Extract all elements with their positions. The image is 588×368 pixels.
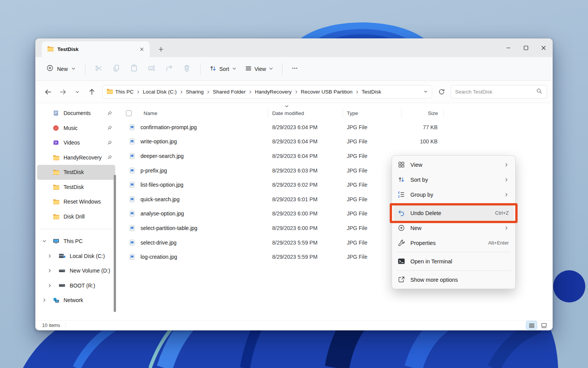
sidebar-item-music[interactable]: ♪Music xyxy=(37,121,115,136)
menu-item-open-in-terminal[interactable]: Open in Terminal xyxy=(394,254,514,269)
file-name: select-partition-table.jpg xyxy=(138,225,268,231)
menu-item-group-by[interactable]: Group by xyxy=(394,187,514,202)
table-row[interactable]: confirmation-prompt.jpg8/29/2023 6:04 PM… xyxy=(126,120,552,135)
breadcrumb-segment[interactable]: This PC xyxy=(113,87,136,96)
chev-right-icon[interactable] xyxy=(47,254,52,258)
sort-button[interactable]: Sort xyxy=(205,61,241,77)
monitor-icon xyxy=(52,238,59,244)
sidebar-pinned-list: Documents♪MusicVideosHandyRecoveryTestDi… xyxy=(36,106,117,224)
sidebar-item-label: Music xyxy=(64,125,78,131)
chev-down-icon[interactable] xyxy=(42,239,47,243)
menu-item-new[interactable]: New xyxy=(394,220,514,235)
back-button[interactable] xyxy=(41,85,56,99)
show-more-icon xyxy=(397,276,405,283)
menu-item-sort-by[interactable]: Sort by xyxy=(394,172,514,187)
share-button[interactable] xyxy=(160,61,178,77)
sidebar-item-label: Disk Drill xyxy=(64,214,85,220)
copy-button[interactable] xyxy=(108,61,125,77)
recent-locations-button[interactable] xyxy=(70,85,85,99)
undo-icon xyxy=(397,209,405,217)
toolbar-separator xyxy=(200,63,201,75)
cut-button[interactable] xyxy=(90,61,108,77)
table-row[interactable]: write-option.jpg8/29/2023 6:04 PMJPG Fil… xyxy=(126,135,552,149)
sidebar-item-boot-r-[interactable]: BOOT (R:) xyxy=(37,278,115,293)
column-header-type[interactable]: Type xyxy=(343,108,402,118)
chevron-down-icon[interactable] xyxy=(423,89,428,95)
file-name: deeper-search.jpg xyxy=(138,153,268,159)
pin-icon xyxy=(105,140,112,145)
file-date-modified: 8/29/2023 6:02 PM xyxy=(268,182,343,188)
drive-win-icon xyxy=(59,253,65,258)
menu-item-show-more-options[interactable]: Show more options xyxy=(394,272,514,287)
paste-button[interactable] xyxy=(125,61,143,77)
sidebar-item-disk-drill[interactable]: Disk Drill xyxy=(37,209,115,224)
forward-button[interactable] xyxy=(56,85,70,99)
search-box xyxy=(451,85,547,99)
view-button-label: View xyxy=(255,66,266,72)
sidebar-item-label: Documents xyxy=(64,110,91,116)
column-header-name[interactable]: Name xyxy=(140,108,268,118)
up-button[interactable] xyxy=(85,85,99,99)
see-more-button[interactable] xyxy=(287,62,302,76)
chev-right-icon[interactable] xyxy=(42,298,47,302)
file-name: log-creation.jpg xyxy=(138,254,268,260)
tab-close-icon[interactable] xyxy=(137,44,147,54)
breadcrumb-segment[interactable]: Recover USB Partition xyxy=(299,87,355,96)
delete-button[interactable] xyxy=(178,61,196,77)
sidebar-item-reset-windows[interactable]: Reset Windows xyxy=(37,194,115,209)
jpg-file-icon xyxy=(126,182,138,188)
breadcrumb-segment[interactable]: Local Disk (C:) xyxy=(140,87,179,96)
chev-right-icon[interactable] xyxy=(47,268,52,273)
sidebar-item-testdisk[interactable]: TestDisk xyxy=(37,180,115,195)
chevron-right-icon xyxy=(504,192,509,197)
sidebar-scrollbar[interactable] xyxy=(114,175,116,312)
menu-item-view[interactable]: View xyxy=(394,157,514,172)
menu-item-properties[interactable]: PropertiesAlt+Enter xyxy=(394,235,514,250)
large-icons-view-button[interactable] xyxy=(539,321,549,329)
maximize-button[interactable] xyxy=(517,39,535,57)
jpg-file-icon xyxy=(126,240,138,246)
new-button[interactable]: New xyxy=(42,61,80,77)
refresh-button[interactable] xyxy=(434,85,448,99)
chevron-right-icon xyxy=(504,177,509,182)
jpg-file-icon xyxy=(126,168,138,174)
column-header-size[interactable]: Size xyxy=(402,108,444,118)
sidebar-item-videos[interactable]: Videos xyxy=(37,135,115,150)
sidebar-item-testdisk[interactable]: TestDisk xyxy=(37,165,115,180)
file-name: confirmation-prompt.jpg xyxy=(138,124,268,130)
select-all-checkbox[interactable] xyxy=(126,108,140,118)
sidebar-item-this-pc[interactable]: This PC xyxy=(37,234,115,249)
breadcrumb-chevron-icon xyxy=(206,90,210,94)
sidebar-item-network[interactable]: Network xyxy=(37,293,115,308)
close-button[interactable] xyxy=(535,39,552,57)
sidebar-item-local-disk-c-[interactable]: Local Disk (C:) xyxy=(37,249,115,264)
wrench-icon xyxy=(397,239,405,246)
sidebar-item-new-volume-d-[interactable]: New Volume (D:) xyxy=(37,263,115,278)
folder-icon xyxy=(52,155,59,160)
toolbar-separator xyxy=(85,63,85,75)
desktop: TestDisk New A xyxy=(0,0,588,368)
file-date-modified: 8/29/2023 6:04 PM xyxy=(268,153,343,159)
menu-item-undo-delete[interactable]: Undo DeleteCtrl+Z xyxy=(394,205,514,220)
pin-icon xyxy=(105,155,112,160)
minimize-button[interactable] xyxy=(500,39,517,57)
jpg-file-icon xyxy=(126,254,138,260)
breadcrumb[interactable]: This PCLocal Disk (C:)SharingShared Fold… xyxy=(102,85,432,99)
chev-right-icon[interactable] xyxy=(47,283,52,288)
plus-circle-icon xyxy=(46,64,54,73)
breadcrumb-segment[interactable]: Sharing xyxy=(184,87,206,96)
tab-testdisk[interactable]: TestDisk xyxy=(42,41,150,57)
menu-item-label: Show more options xyxy=(410,277,458,283)
search-input[interactable] xyxy=(455,89,536,95)
new-tab-button[interactable] xyxy=(154,43,167,56)
column-header-date-modified[interactable]: Date modified xyxy=(268,108,343,118)
view-button[interactable]: View xyxy=(241,61,278,76)
sidebar-item-documents[interactable]: Documents xyxy=(37,106,115,121)
breadcrumb-segment[interactable]: HandyRecovery xyxy=(253,87,294,96)
rename-button[interactable]: A xyxy=(143,61,160,77)
breadcrumb-segment[interactable]: TestDisk xyxy=(359,87,384,96)
breadcrumb-segment[interactable]: Shared Folder xyxy=(211,87,248,96)
sidebar-item-handyrecovery[interactable]: HandyRecovery xyxy=(37,150,115,165)
details-view-button[interactable] xyxy=(526,321,537,329)
menu-shortcut: Alt+Enter xyxy=(488,240,509,246)
